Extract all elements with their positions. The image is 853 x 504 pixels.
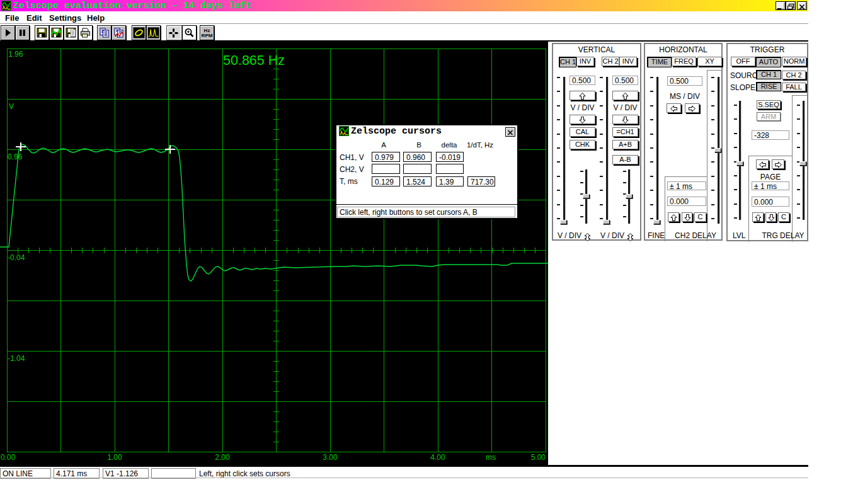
svg-text:3.00: 3.00 xyxy=(323,453,338,462)
svg-text:4.00: 4.00 xyxy=(430,453,445,462)
svg-text:2.00: 2.00 xyxy=(215,453,230,462)
svg-text:50.865 Hz: 50.865 Hz xyxy=(223,53,285,68)
svg-text:1.96: 1.96 xyxy=(8,50,23,59)
svg-text:5.00: 5.00 xyxy=(531,453,546,462)
svg-text:-1.04: -1.04 xyxy=(8,354,25,363)
svg-text:RPM: RPM xyxy=(202,33,213,38)
svg-text:0.96: 0.96 xyxy=(8,152,23,161)
svg-text:V: V xyxy=(9,102,14,111)
svg-text:0.00: 0.00 xyxy=(1,453,16,462)
svg-text:1.00: 1.00 xyxy=(107,453,122,462)
svg-text:ms: ms xyxy=(486,453,496,462)
svg-text:-0.04: -0.04 xyxy=(8,253,25,262)
